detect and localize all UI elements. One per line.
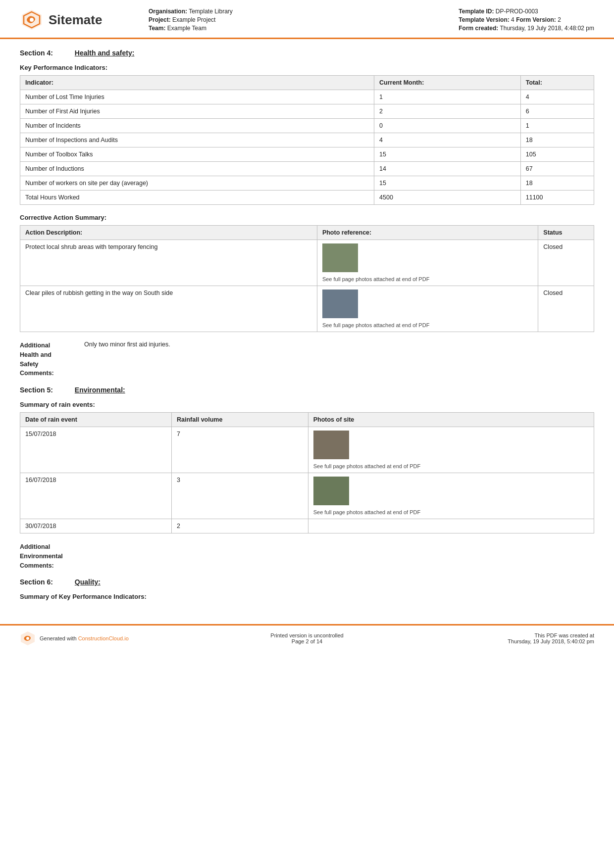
table-cell: Number of First Aid Injuries <box>20 104 374 119</box>
table-row: 16/07/20183See full page photos attached… <box>20 473 594 519</box>
table-row: Number of Toolbox Talks15105 <box>20 147 594 162</box>
project-field: Project: Example Project <box>149 16 233 23</box>
additional-env-value <box>84 542 594 570</box>
footer-generated-text: Generated with ConstructionCloud.io <box>40 635 129 641</box>
footer-right-line2: Thursday, 19 July 2018, 5:40:02 pm <box>456 638 594 644</box>
additional-hs-comments: AdditionalHealth andSafetyComments: Only… <box>20 341 594 378</box>
footer-link[interactable]: ConstructionCloud.io <box>78 635 129 641</box>
photo-caption: See full page photos attached at end of … <box>313 463 589 469</box>
rain-photos <box>308 519 594 533</box>
table-cell: 6 <box>520 104 594 119</box>
corrective-table: Action Description: Photo reference: Sta… <box>20 225 594 332</box>
section4-title: Health and safety: <box>75 49 135 57</box>
corrective-col-desc: Action Description: <box>20 226 317 240</box>
svg-point-2 <box>30 18 34 22</box>
section5-title: Environmental: <box>75 386 125 394</box>
section4-heading: Section 4: Health and safety: <box>20 49 594 57</box>
corrective-col-status: Status <box>538 226 594 240</box>
additional-hs-label: AdditionalHealth andSafetyComments: <box>20 341 84 378</box>
rain-date: 16/07/2018 <box>20 473 172 519</box>
page-header: Sitemate Organisation: Template Library … <box>0 0 614 39</box>
table-cell: 11100 <box>520 191 594 205</box>
kpi-heading: Key Performance Indicators: <box>20 64 594 71</box>
additional-env-label: AdditionalEnvironmentalComments: <box>20 542 84 570</box>
logo-text: Sitemate <box>49 12 102 28</box>
table-cell: Number of Incidents <box>20 119 374 133</box>
footer-logo: Generated with ConstructionCloud.io <box>20 630 158 646</box>
table-cell: Number of Inspections and Audits <box>20 133 374 147</box>
main-content: Section 4: Health and safety: Key Perfor… <box>0 39 614 614</box>
table-row: Number of Inductions1467 <box>20 162 594 176</box>
rain-photos: See full page photos attached at end of … <box>308 473 594 519</box>
table-cell: 18 <box>520 176 594 191</box>
section6-heading: Section 6: Quality: <box>20 578 594 586</box>
header-meta: Organisation: Template Library Project: … <box>119 8 594 32</box>
corrective-photo: See full page photos attached at end of … <box>317 286 538 332</box>
footer-center-line1: Printed version is uncontrolled <box>158 632 456 638</box>
kpi-col-indicator: Indicator: <box>20 76 374 90</box>
footer-center-line2: Page 2 of 14 <box>158 638 456 644</box>
table-row: Number of Lost Time Injuries14 <box>20 90 594 104</box>
table-cell: 1 <box>520 119 594 133</box>
rain-heading: Summary of rain events: <box>20 401 594 408</box>
footer-center: Printed version is uncontrolled Page 2 o… <box>158 632 456 644</box>
svg-point-4 <box>26 637 29 640</box>
corrective-col-photo: Photo reference: <box>317 226 538 240</box>
table-cell: 4 <box>374 133 521 147</box>
table-cell: 4 <box>520 90 594 104</box>
corrective-status: Closed <box>538 240 594 286</box>
section4-number: Section 4: <box>20 49 53 57</box>
table-cell: Total Hours Worked <box>20 191 374 205</box>
corrective-heading: Corrective Action Summary: <box>20 214 594 221</box>
kpi-col-current: Current Month: <box>374 76 521 90</box>
rain-table: Date of rain event Rainfall volume Photo… <box>20 412 594 533</box>
table-cell: Number of workers on site per day (avera… <box>20 176 374 191</box>
table-cell: 1 <box>374 90 521 104</box>
table-cell: 14 <box>374 162 521 176</box>
rain-volume: 3 <box>172 473 308 519</box>
section5-heading: Section 5: Environmental: <box>20 386 594 394</box>
rain-col-date: Date of rain event <box>20 413 172 427</box>
table-row: Total Hours Worked450011100 <box>20 191 594 205</box>
additional-env-comments: AdditionalEnvironmentalComments: <box>20 542 594 570</box>
table-cell: 2 <box>374 104 521 119</box>
table-cell: 18 <box>520 133 594 147</box>
corrective-description: Protect local shrub areas with temporary… <box>20 240 317 286</box>
photo-caption: See full page photos attached at end of … <box>322 322 533 328</box>
rain-volume: 2 <box>172 519 308 533</box>
table-cell: Number of Toolbox Talks <box>20 147 374 162</box>
table-row: Number of Incidents01 <box>20 119 594 133</box>
org-field: Organisation: Template Library <box>149 8 233 15</box>
photo-caption: See full page photos attached at end of … <box>322 276 533 282</box>
additional-hs-value: Only two minor first aid injuries. <box>84 341 594 378</box>
page-footer: Generated with ConstructionCloud.io Prin… <box>0 624 614 651</box>
table-cell: 105 <box>520 147 594 162</box>
team-field: Team: Example Team <box>149 25 233 32</box>
table-row: Protect local shrub areas with temporary… <box>20 240 594 286</box>
rain-volume: 7 <box>172 427 308 473</box>
rain-date: 30/07/2018 <box>20 519 172 533</box>
rain-photos: See full page photos attached at end of … <box>308 427 594 473</box>
template-version-field: Template Version: 4 Form Version: 2 <box>459 16 594 23</box>
table-cell: 67 <box>520 162 594 176</box>
section6-kpi-heading: Summary of Key Performance Indicators: <box>20 593 594 600</box>
table-cell: 15 <box>374 176 521 191</box>
header-col-right: Template ID: DP-PROD-0003 Template Versi… <box>459 8 594 32</box>
table-cell: 15 <box>374 147 521 162</box>
kpi-table: Indicator: Current Month: Total: Number … <box>20 75 594 205</box>
corrective-status: Closed <box>538 286 594 332</box>
table-cell: Number of Lost Time Injuries <box>20 90 374 104</box>
photo-thumbnail <box>313 431 349 459</box>
photo-thumbnail <box>322 289 358 318</box>
form-created-field: Form created: Thursday, 19 July 2018, 4:… <box>459 25 594 32</box>
table-row: Number of First Aid Injuries26 <box>20 104 594 119</box>
table-row: Clear piles of rubbish getting in the wa… <box>20 286 594 332</box>
table-row: Number of workers on site per day (avera… <box>20 176 594 191</box>
rain-col-volume: Rainfall volume <box>172 413 308 427</box>
table-row: Number of Inspections and Audits418 <box>20 133 594 147</box>
photo-caption: See full page photos attached at end of … <box>313 509 589 515</box>
photo-thumbnail <box>313 477 349 505</box>
corrective-description: Clear piles of rubbish getting in the wa… <box>20 286 317 332</box>
photo-thumbnail <box>322 243 358 272</box>
logo-area: Sitemate <box>20 8 119 32</box>
